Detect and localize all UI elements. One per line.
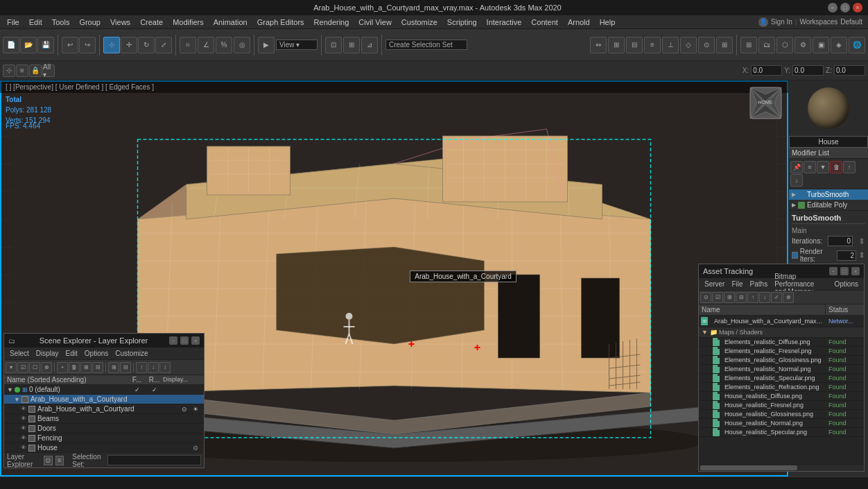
menu-graph-editors[interactable]: Graph Editors <box>253 17 309 28</box>
se-footer-icon2[interactable]: ≡ <box>55 456 64 465</box>
menu-interactive[interactable]: Interactive <box>483 17 526 28</box>
asset-file-row-8[interactable]: House_realistic_Glossiness.png Found <box>699 410 864 419</box>
menu-arnold[interactable]: Arnold <box>564 17 594 28</box>
align-view-btn[interactable]: ⊞ <box>716 37 733 53</box>
asset-menu-options[interactable]: Options <box>832 280 861 289</box>
asset-tb-btn2[interactable]: ☑ <box>712 292 723 303</box>
se-delete-layer-btn[interactable]: 🗑 <box>69 362 80 373</box>
se-menu-edit[interactable]: Edit <box>63 349 80 358</box>
se-object-row-fencing[interactable]: 👁 Fencing <box>4 434 204 443</box>
coord-x-input[interactable] <box>751 65 782 76</box>
se-sort-btn[interactable]: ↕ <box>159 362 171 373</box>
se-layer-row[interactable]: ▼ ⊞ 0 (default) ✓ ✓ <box>4 385 204 395</box>
asset-maps-section[interactable]: ▼ 📁 Maps / Shaders <box>699 327 864 338</box>
asset-menu-file[interactable]: File <box>729 280 745 289</box>
array-btn[interactable]: ⊞ <box>608 37 625 53</box>
se-invert-sel-btn[interactable]: ⊗ <box>41 362 52 373</box>
menu-edit[interactable]: Edit <box>25 17 46 28</box>
asset-file-row-1[interactable]: Elements_realistic_Fresnel.png Found <box>699 347 864 356</box>
new-button[interactable]: 📄 <box>3 37 19 53</box>
se-menu-display[interactable]: Display <box>33 349 62 358</box>
angle-snap[interactable]: ∠ <box>198 37 214 53</box>
percent-snap[interactable]: % <box>216 37 232 53</box>
render-iters-checkbox[interactable] <box>792 252 798 259</box>
se-expand-all-btn[interactable]: ⊞ <box>108 362 119 373</box>
show-all-btn[interactable]: ≡ <box>804 161 816 173</box>
menu-file[interactable]: File <box>3 17 24 28</box>
asset-menu-server[interactable]: Server <box>702 280 727 289</box>
menu-group[interactable]: Group <box>75 17 105 28</box>
se-object-row-1[interactable]: ▼ Arab_House_with_a_Courtyard <box>4 395 204 404</box>
se-menu-options[interactable]: Options <box>82 349 111 358</box>
se-new-layer-btn[interactable]: + <box>57 362 68 373</box>
menu-animation[interactable]: Animation <box>209 17 252 28</box>
turbosmooth-modifier[interactable]: ▶ TurboSmooth <box>789 189 868 200</box>
asset-tb-btn4[interactable]: ⊟ <box>736 292 747 303</box>
asset-max-btn[interactable]: □ <box>840 267 849 275</box>
menu-tools[interactable]: Tools <box>48 17 74 28</box>
delete-modifier-btn[interactable]: 🗑 <box>830 161 842 173</box>
asset-tb-btn1[interactable]: ⊙ <box>700 292 711 303</box>
asset-file-row-2[interactable]: Elements_realistic_Glossiness.png Found <box>699 356 864 365</box>
menu-customize[interactable]: Customize <box>397 17 442 28</box>
asset-file-row-5[interactable]: Elements_realistic_Refraction.png Found <box>699 383 864 392</box>
se-footer-icon1[interactable]: ⊙ <box>44 456 53 465</box>
menu-rendering[interactable]: Rendering <box>310 17 354 28</box>
asset-tb-btn6[interactable]: ↓ <box>759 292 770 303</box>
save-button[interactable]: 💾 <box>37 37 54 53</box>
place-highlight-btn[interactable]: ◇ <box>680 37 697 53</box>
render-frame[interactable]: ▣ <box>813 37 829 53</box>
object-name-box[interactable]: House <box>789 136 868 148</box>
align-camera-btn[interactable]: ⊙ <box>698 37 715 53</box>
iterations-spinner[interactable]: ⬍ <box>858 237 865 246</box>
asset-table-body[interactable]: 3D Arab_House_with_a_Courtyard_max_vray.… <box>699 316 864 464</box>
modifier-list-label[interactable]: Modifier List <box>789 148 868 159</box>
scene-explorer-btn[interactable]: 🗂 <box>758 37 775 53</box>
select-region-btn[interactable]: ⊡ <box>325 37 342 53</box>
create-selection-set[interactable]: Create Selection Set <box>385 40 467 50</box>
asset-close-btn[interactable]: × <box>851 267 860 275</box>
selection-set-input[interactable] <box>107 455 201 465</box>
render-iters-spinner[interactable]: ⬍ <box>858 250 865 260</box>
menu-views[interactable]: Views <box>106 17 134 28</box>
asset-tb-btn8[interactable]: ⊗ <box>783 292 794 303</box>
selection-lock[interactable]: 🔒 <box>29 65 42 77</box>
move-down-btn[interactable]: ↓ <box>790 174 803 187</box>
se-object-row-doors[interactable]: 👁 Doors <box>4 424 204 434</box>
se-menu-select[interactable]: Select <box>7 349 32 358</box>
layer-manager[interactable]: ⊞ <box>740 37 757 53</box>
environment-btn[interactable]: 🌐 <box>849 37 865 53</box>
editable-poly-modifier[interactable]: ▶ Editable Poly <box>789 200 868 210</box>
maximize-button[interactable]: □ <box>840 3 850 12</box>
redo-button[interactable]: ↪ <box>79 37 96 53</box>
quick-align-btn[interactable]: ≡ <box>644 37 661 53</box>
se-object-row-beams[interactable]: 👁 Beams <box>4 414 204 424</box>
menu-modifiers[interactable]: Modifiers <box>168 17 208 28</box>
asset-file-row-0[interactable]: Elements_realistic_Diffuse.png Found <box>699 338 864 347</box>
asset-tb-btn5[interactable]: ↑ <box>747 292 758 303</box>
selection-filter[interactable]: ⊿ <box>361 37 378 53</box>
iterations-input[interactable] <box>828 236 853 246</box>
render-button[interactable]: ▶ <box>258 37 275 53</box>
asset-min-btn[interactable]: − <box>829 267 837 275</box>
scene-explorer-body[interactable]: ▼ ⊞ 0 (default) ✓ ✓ ▼ Arab_House_with_a_… <box>4 385 204 452</box>
select-by-name-btn[interactable]: ≡ <box>16 65 28 77</box>
asset-file-row-10[interactable]: House_realistic_Specular.png Found <box>699 428 864 437</box>
menu-civil-view[interactable]: Civil View <box>354 17 395 28</box>
align-btn[interactable]: ⊟ <box>626 37 643 53</box>
se-close-btn[interactable]: × <box>191 336 200 345</box>
asset-file-row-6[interactable]: House_realistic_Diffuse.png Found <box>699 392 864 401</box>
undo-button[interactable]: ↩ <box>62 37 78 53</box>
open-button[interactable]: 📂 <box>20 37 37 53</box>
se-minimize-btn[interactable]: − <box>169 336 177 345</box>
material-editor[interactable]: ⬡ <box>776 37 793 53</box>
workspaces-value[interactable]: Default <box>840 18 862 26</box>
asset-file-row-7[interactable]: House_realistic_Fresnel.png Found <box>699 401 864 410</box>
se-collapse-all-btn[interactable]: ⊟ <box>120 362 131 373</box>
activeshade-btn[interactable]: ◈ <box>831 37 847 53</box>
se-move-up-btn[interactable]: ↑ <box>136 362 147 373</box>
viewcube[interactable]: HOME <box>747 84 785 122</box>
se-move-down-btn[interactable]: ↓ <box>148 362 159 373</box>
collapse-btn[interactable]: ▼ <box>817 161 829 173</box>
se-deselect-btn[interactable]: ☐ <box>29 362 40 373</box>
